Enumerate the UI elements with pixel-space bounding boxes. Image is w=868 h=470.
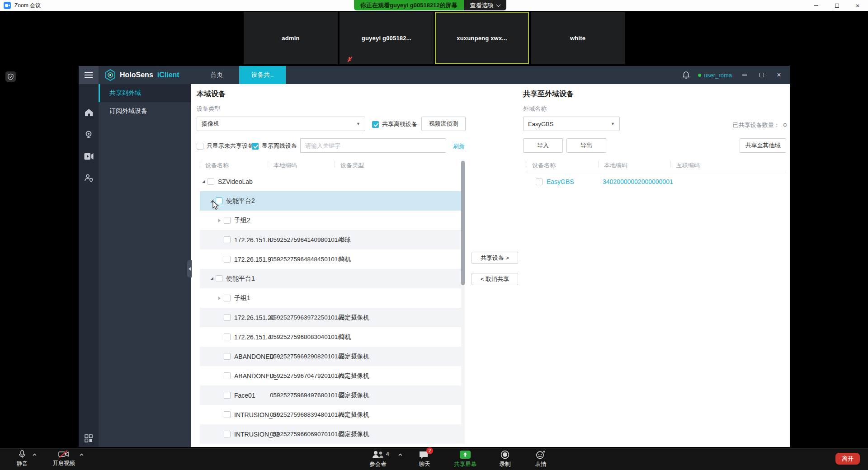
device-local-code: 05925275967047920101#3... xyxy=(270,372,349,379)
only-unshared-checkbox[interactable]: 只显示未共享设备 xyxy=(197,142,254,150)
tree-row-checkbox[interactable] xyxy=(224,256,231,263)
search-input[interactable] xyxy=(300,138,446,153)
refresh-link[interactable]: 刷新 xyxy=(453,142,465,150)
tree-scrollbar-thumb[interactable] xyxy=(461,161,465,285)
tree-row-checkbox[interactable] xyxy=(224,372,231,379)
reactions-button[interactable]: 表情 xyxy=(524,450,558,468)
participant-tile[interactable]: admin xyxy=(244,12,338,64)
device-local-code: 05925275968839480101#3... xyxy=(270,411,349,418)
tree-row-checkbox[interactable] xyxy=(224,353,231,360)
tree-row[interactable]: 使能平台1 xyxy=(200,269,461,288)
user-chip[interactable]: user_roma xyxy=(698,72,732,79)
security-shield-icon[interactable] xyxy=(5,71,16,82)
alarm-bell-icon[interactable] xyxy=(682,71,690,79)
mouse-cursor xyxy=(212,201,220,211)
tree-row[interactable]: 172.26.151.805925275964140980101#3...半球 xyxy=(200,230,461,249)
tree-row[interactable]: 使能平台2 xyxy=(200,191,461,211)
tree-row[interactable]: 172.26.151.2005925275963972250101#3...固定… xyxy=(200,308,461,327)
participant-tile[interactable]: white xyxy=(531,12,625,64)
participant-tile[interactable]: xuxunpeng xwx... xyxy=(435,12,529,64)
share-offline-label: 共享离线设备 xyxy=(382,120,417,128)
tab-home[interactable]: 首页 xyxy=(194,66,239,84)
mute-options-caret[interactable] xyxy=(33,453,37,456)
tree-row[interactable]: ABANDONED_...05925275969290820101#3...固定… xyxy=(200,347,461,366)
camera-device-icon[interactable] xyxy=(79,127,99,142)
menu-hamburger-button[interactable] xyxy=(79,66,99,84)
tree-row-checkbox[interactable] xyxy=(224,217,231,224)
start-video-button[interactable]: 开启视频 xyxy=(47,450,81,467)
checkbox-icon[interactable] xyxy=(252,143,259,150)
camera-off-icon xyxy=(58,450,69,458)
video-clip-icon[interactable] xyxy=(79,149,99,164)
app-close-button[interactable]: × xyxy=(774,66,783,84)
remote-device-row[interactable]: EasyGBS34020000002000000001 xyxy=(526,173,786,191)
device-type: 半球 xyxy=(339,236,351,244)
tree-row[interactable]: ABANDONED_...05925275967047920101#3...固定… xyxy=(200,366,461,385)
leave-button[interactable]: 离开 xyxy=(835,453,860,465)
external-domain-select[interactable]: EasyGBS ▼ xyxy=(523,117,620,131)
apps-grid-icon[interactable] xyxy=(79,431,99,446)
app-restore-button[interactable] xyxy=(757,66,766,84)
stream-detect-button[interactable]: 视频流侦测 xyxy=(421,117,466,131)
record-button[interactable]: 录制 xyxy=(488,450,522,468)
tree-row[interactable]: 子组2 xyxy=(200,211,461,230)
app-logo: HoloSensiClient xyxy=(105,66,179,84)
tree-row-checkbox[interactable] xyxy=(224,431,231,437)
tree-row-checkbox[interactable] xyxy=(216,275,222,282)
tree-collapse-arrow-icon[interactable] xyxy=(210,277,213,280)
tree-row-checkbox[interactable] xyxy=(224,334,231,340)
tree-row[interactable]: 子组1 xyxy=(200,288,461,308)
chat-button[interactable]: 2 聊天 xyxy=(407,450,442,468)
device-local-code: 05925275968083040101#3... xyxy=(270,334,349,340)
import-button[interactable]: 导入 xyxy=(523,138,563,153)
checkbox-icon[interactable] xyxy=(372,121,379,128)
tree-row[interactable]: 172.26.151.905925275964848450101#3...筒机 xyxy=(200,249,461,269)
video-options-caret[interactable] xyxy=(80,453,84,456)
tree-expand-arrow-icon[interactable] xyxy=(218,219,221,222)
share-device-button[interactable]: 共享设备 > xyxy=(472,252,518,264)
tree-row[interactable]: 172.26.151.405925275968083040101#3...筒机 xyxy=(200,327,461,347)
home-icon[interactable] xyxy=(79,105,99,120)
tree-row-checkbox[interactable] xyxy=(224,295,231,301)
nav-collapse-handle[interactable] xyxy=(187,260,192,277)
tree-scrollbar[interactable] xyxy=(461,160,465,444)
device-type-value: 摄像机 xyxy=(202,120,219,128)
export-button[interactable]: 导出 xyxy=(566,138,606,153)
shared-count-label: 已共享设备数量： xyxy=(733,122,780,128)
checkbox-icon[interactable] xyxy=(197,143,203,150)
participants-button[interactable]: 4 参会者 xyxy=(361,450,395,468)
tree-row[interactable]: INTRUSION_0105925275968839480101#3...固定摄… xyxy=(200,405,461,424)
participant-tile[interactable]: guyeyi g005182... xyxy=(340,12,434,64)
nav-item-subscribe-external[interactable]: 订阅外域设备 xyxy=(99,102,191,120)
unshare-device-button[interactable]: < 取消共享 xyxy=(472,273,518,285)
share-offline-checkbox[interactable]: 共享离线设备 xyxy=(372,120,417,128)
view-options-label: 查看选项 xyxy=(470,1,494,9)
view-options-button[interactable]: 查看选项 xyxy=(464,0,506,10)
tree-collapse-arrow-icon[interactable] xyxy=(202,180,205,183)
tree-row[interactable]: Face0105925275969497680101#3...固定摄像机 xyxy=(200,385,461,405)
nav-item-share-to-external[interactable]: 共享到外域 xyxy=(99,84,191,102)
tab-device-share[interactable]: 设备共.. xyxy=(239,66,286,84)
tree-row-checkbox[interactable] xyxy=(224,314,231,321)
mute-button[interactable]: 静音 xyxy=(5,450,39,468)
close-button[interactable]: × xyxy=(847,0,868,11)
remote-row-checkbox[interactable] xyxy=(536,179,542,185)
app-minimize-button[interactable] xyxy=(740,66,749,84)
participants-caret[interactable] xyxy=(398,453,402,456)
share-other-domain-button[interactable]: 共享至其他域 xyxy=(740,138,786,153)
screen: Zoom 会议 × 你正在观看guyeyi g00518212的屏幕 查看选项 … xyxy=(0,0,868,470)
tree-expand-arrow-icon[interactable] xyxy=(218,296,221,300)
tree-row[interactable]: INTRUSION_0205925275966069070101#3...固定摄… xyxy=(200,424,461,444)
tree-row-checkbox[interactable] xyxy=(208,178,214,185)
minimize-button[interactable] xyxy=(806,0,826,11)
person-location-icon[interactable] xyxy=(79,170,99,186)
tree-row-checkbox[interactable] xyxy=(224,411,231,418)
show-offline-checkbox[interactable]: 显示离线设备 xyxy=(252,142,297,150)
maximize-button[interactable] xyxy=(826,0,847,11)
device-type-select[interactable]: 摄像机 ▼ xyxy=(197,117,365,131)
share-screen-button[interactable]: 共享屏幕 xyxy=(448,450,482,468)
tree-row-checkbox[interactable] xyxy=(224,392,231,399)
device-local-code: 05925275964140980101#3... xyxy=(270,236,349,243)
tree-row[interactable]: SZVideoLab xyxy=(200,172,461,191)
tree-row-checkbox[interactable] xyxy=(224,236,231,243)
